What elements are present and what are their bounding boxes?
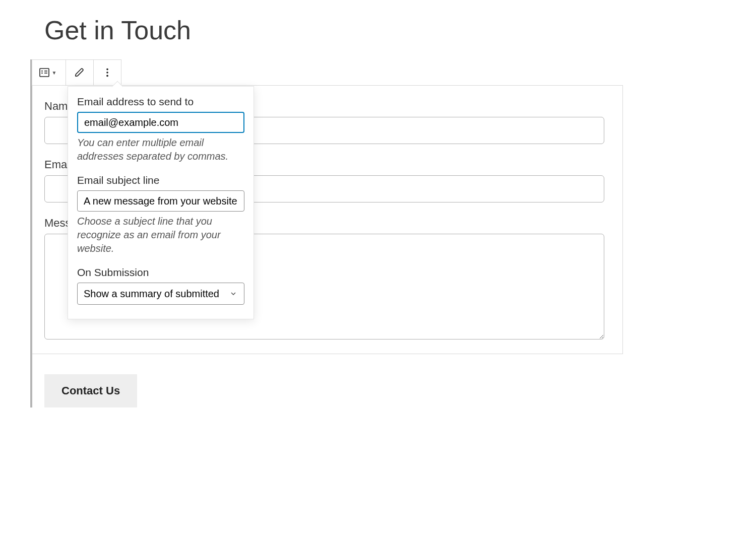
more-vertical-icon: [102, 67, 113, 78]
on-submission-field: On Submission Show a summary of submitte…: [77, 266, 244, 305]
svg-point-6: [106, 72, 108, 74]
subject-input[interactable]: [77, 190, 244, 212]
svg-point-7: [106, 75, 108, 77]
edit-button[interactable]: [66, 60, 93, 85]
on-submission-select-wrap: Show a summary of submitted: [77, 283, 244, 305]
block-type-group: ▼: [32, 60, 66, 85]
svg-rect-0: [40, 69, 49, 77]
pencil-icon: [74, 67, 85, 78]
block-type-button[interactable]: ▼: [32, 60, 66, 85]
email-to-help: You can enter multiple email addresses s…: [77, 136, 244, 163]
caret-down-icon: ▼: [52, 70, 57, 76]
on-submission-label: On Submission: [77, 266, 244, 279]
email-to-label: Email address to send to: [77, 96, 244, 108]
edit-group: [66, 60, 94, 85]
form-block-icon: [38, 66, 50, 79]
block-toolbar: ▼: [32, 59, 121, 86]
subject-label: Email subject line: [77, 174, 244, 186]
submit-button[interactable]: Contact Us: [44, 374, 137, 407]
subject-help: Choose a subject line that you recognize…: [77, 215, 244, 255]
form-settings-popover: Email address to send to You can enter m…: [68, 86, 254, 319]
page-title: Get in Touch: [44, 15, 756, 45]
subject-field: Email subject line Choose a subject line…: [77, 174, 244, 255]
email-to-input[interactable]: [77, 112, 244, 133]
svg-point-5: [106, 69, 108, 71]
on-submission-select[interactable]: Show a summary of submitted: [77, 283, 244, 305]
email-to-field: Email address to send to You can enter m…: [77, 96, 244, 163]
form-block: ▼: [30, 59, 756, 407]
form-canvas: Name Email Message Email address to send…: [32, 85, 623, 354]
